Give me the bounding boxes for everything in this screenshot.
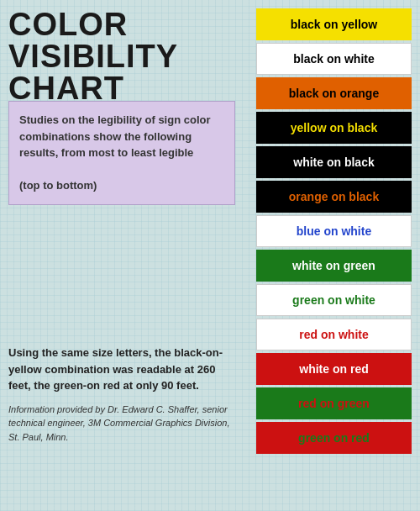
color-item-red-on-green: red on green	[256, 387, 412, 419]
color-item-black-on-white: black on white	[256, 43, 412, 75]
color-item-white-on-red: white on red	[256, 353, 412, 385]
description-text: Studies on the legibility of sign color …	[19, 112, 224, 194]
color-item-red-on-white: red on white	[256, 319, 412, 350]
color-item-black-on-yellow: black on yellow	[256, 8, 412, 40]
color-item-green-on-red: green on red	[256, 422, 412, 454]
readable-note: Using the same size letters, the black-o…	[8, 345, 231, 394]
color-item-white-on-black: white on black	[256, 146, 412, 178]
bottom-left: Using the same size letters, the black-o…	[8, 345, 231, 444]
color-item-white-on-green: white on green	[256, 250, 412, 282]
description-box: Studies on the legibility of sign color …	[8, 101, 235, 205]
main-title: COLOR VISIBILITY CHART	[8, 8, 244, 104]
title-area: COLOR VISIBILITY CHART	[8, 8, 244, 104]
color-item-blue-on-white: blue on white	[256, 215, 412, 247]
title-line2: VISIBILITY	[8, 39, 178, 74]
color-item-yellow-on-black: yellow on black	[256, 112, 412, 144]
color-item-green-on-white: green on white	[256, 284, 412, 316]
page: COLOR VISIBILITY CHART Studies on the le…	[0, 0, 420, 511]
color-list: black on yellowblack on whiteblack on or…	[256, 8, 412, 454]
color-item-black-on-orange: black on orange	[256, 77, 412, 109]
title-line1: COLOR	[8, 7, 128, 42]
color-item-orange-on-black: orange on black	[256, 181, 412, 213]
credit-note: Information provided by Dr. Edward C. Sh…	[8, 403, 231, 445]
